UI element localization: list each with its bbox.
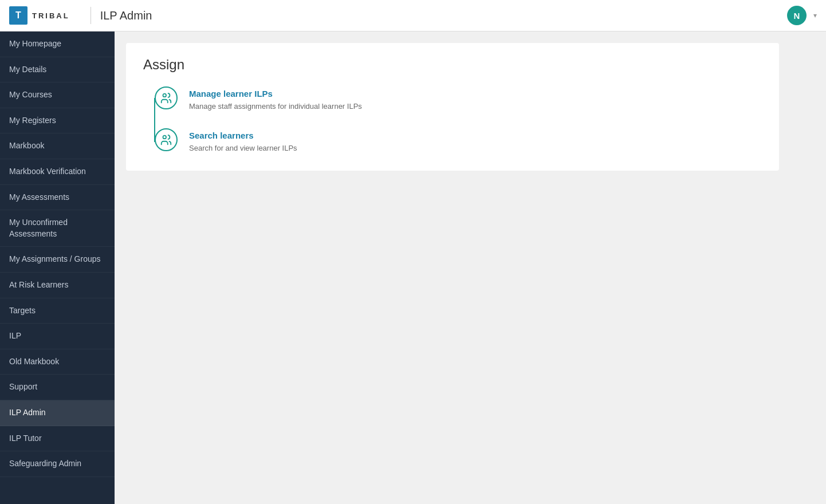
- sidebar-item-4[interactable]: Markbook: [0, 133, 115, 159]
- timeline: Manage learner ILPs Manage staff assignm…: [143, 86, 762, 153]
- sidebar-item-10[interactable]: Targets: [0, 298, 115, 324]
- sidebar-item-5[interactable]: Markbook Verification: [0, 159, 115, 185]
- assign-card: Assign Manage learner ILPs Manage staff …: [126, 43, 779, 171]
- timeline-item-0: Manage learner ILPs Manage staff assignm…: [155, 86, 762, 112]
- page-title: ILP Admin: [100, 9, 152, 22]
- sidebar-item-1[interactable]: My Details: [0, 57, 115, 83]
- sidebar-item-16[interactable]: Safeguarding Admin: [0, 451, 115, 477]
- sidebar-item-11[interactable]: ILP: [0, 324, 115, 349]
- sidebar-item-2[interactable]: My Courses: [0, 82, 115, 108]
- sidebar-item-7[interactable]: My Unconfirmed Assessments: [0, 210, 115, 247]
- main-content: Assign Manage learner ILPs Manage staff …: [115, 32, 826, 504]
- timeline-content-1: Search learners Search for and view lear…: [189, 128, 297, 154]
- timeline-link-0[interactable]: Manage learner ILPs: [189, 89, 362, 99]
- people-icon-0: [155, 86, 178, 109]
- sidebar: My HomepageMy DetailsMy CoursesMy Regist…: [0, 32, 115, 504]
- header-right: N ▾: [787, 6, 817, 25]
- body-layout: My HomepageMy DetailsMy CoursesMy Regist…: [0, 32, 826, 504]
- header: T TRIBAL ILP Admin N ▾: [0, 0, 826, 32]
- timeline-icon-wrap-1: [155, 128, 178, 151]
- sidebar-item-8[interactable]: My Assignments / Groups: [0, 247, 115, 273]
- timeline-desc-0: Manage staff assignments for individual …: [189, 102, 362, 111]
- logo-text: TRIBAL: [32, 11, 70, 20]
- logo-icon: T: [9, 6, 27, 25]
- svg-point-0: [163, 94, 167, 97]
- sidebar-item-12[interactable]: Old Markbook: [0, 349, 115, 375]
- timeline-icon-wrap-0: [155, 86, 178, 109]
- sidebar-item-15[interactable]: ILP Tutor: [0, 426, 115, 452]
- svg-point-1: [163, 135, 167, 139]
- sidebar-item-14[interactable]: ILP Admin: [0, 400, 115, 426]
- assign-heading: Assign: [143, 57, 762, 73]
- sidebar-item-13[interactable]: Support: [0, 375, 115, 400]
- timeline-link-1[interactable]: Search learners: [189, 131, 297, 140]
- sidebar-item-0[interactable]: My Homepage: [0, 32, 115, 57]
- timeline-desc-1: Search for and view learner ILPs: [189, 144, 297, 152]
- sidebar-item-9[interactable]: At Risk Learners: [0, 273, 115, 298]
- timeline-item-1: Search learners Search for and view lear…: [155, 128, 762, 154]
- header-divider: [91, 7, 91, 24]
- people-icon-1: [155, 128, 178, 151]
- timeline-content-0: Manage learner ILPs Manage staff assignm…: [189, 86, 362, 112]
- logo-area: T TRIBAL: [9, 6, 70, 25]
- sidebar-item-3[interactable]: My Registers: [0, 108, 115, 134]
- sidebar-item-6[interactable]: My Assessments: [0, 185, 115, 211]
- user-avatar[interactable]: N: [787, 6, 807, 25]
- chevron-down-icon[interactable]: ▾: [813, 11, 817, 19]
